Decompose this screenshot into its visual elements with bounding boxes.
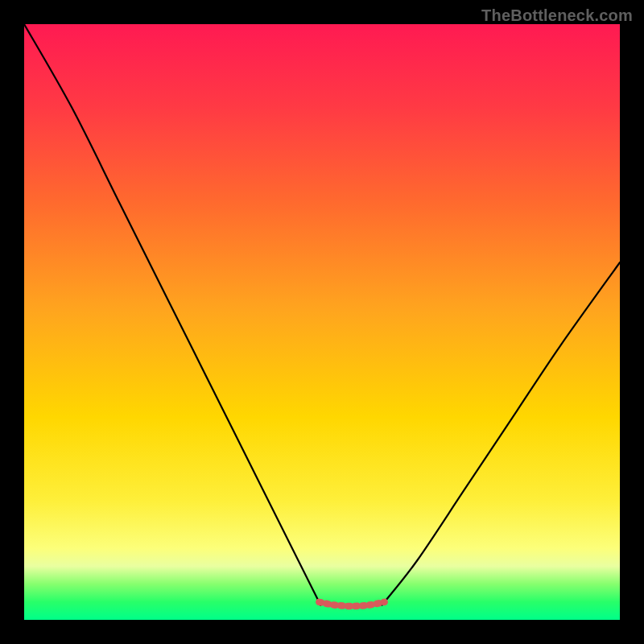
right-curve xyxy=(382,262,620,605)
watermark-text: TheBottleneck.com xyxy=(481,6,633,25)
left-curve xyxy=(24,24,320,605)
chart-frame: TheBottleneck.com xyxy=(0,0,644,644)
valley-dot-band xyxy=(319,602,384,606)
plot-area xyxy=(24,24,620,620)
curve-layer xyxy=(24,24,620,620)
